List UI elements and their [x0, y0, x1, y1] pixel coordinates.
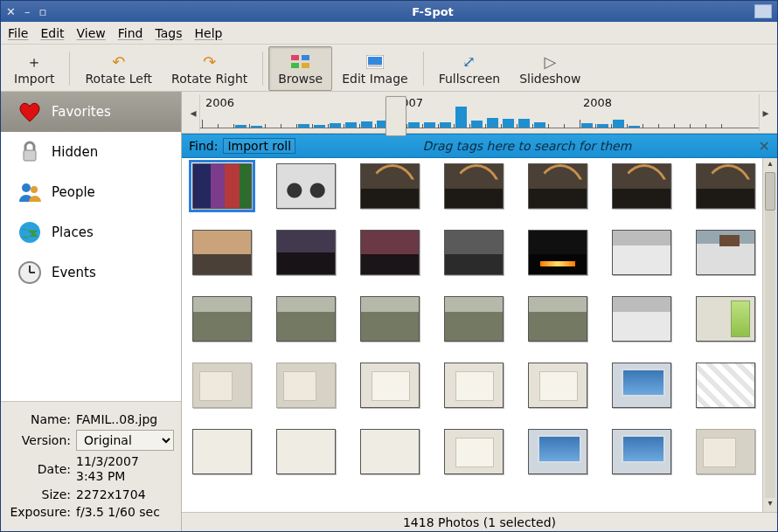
- timeline-bar[interactable]: [503, 119, 514, 128]
- thumbnail[interactable]: [360, 429, 420, 474]
- thumbnail[interactable]: [192, 296, 252, 342]
- timeline-next-button[interactable]: ▸: [760, 106, 772, 120]
- timeline-bar[interactable]: [345, 122, 357, 128]
- timeline-body[interactable]: 200620072008: [199, 94, 760, 131]
- timeline-bar[interactable]: [613, 120, 624, 128]
- timeline-bar[interactable]: [330, 123, 341, 128]
- thumbnail[interactable]: [612, 230, 671, 275]
- svg-rect-1: [302, 55, 309, 60]
- thumbnail[interactable]: [612, 296, 671, 342]
- thumbnail[interactable]: [696, 163, 755, 209]
- thumbnail[interactable]: [528, 296, 587, 342]
- timeline-tick: [454, 124, 455, 128]
- timeline-bar[interactable]: [455, 107, 467, 128]
- timeline-bar[interactable]: [534, 122, 545, 128]
- thumbnail[interactable]: [696, 296, 755, 342]
- sidebar-item-favorites[interactable]: Favorites: [1, 92, 181, 132]
- thumbnail[interactable]: [276, 230, 336, 275]
- menu-tags[interactable]: Tags: [155, 26, 182, 40]
- sidebar-item-hidden[interactable]: Hidden: [1, 132, 181, 172]
- toolbar-label: Import: [14, 72, 54, 86]
- thumbnail[interactable]: [444, 363, 504, 408]
- thumbnail[interactable]: [192, 429, 252, 474]
- window-maximize-icon[interactable]: ▫: [38, 5, 46, 18]
- thumbnail[interactable]: [612, 363, 671, 408]
- thumbnail[interactable]: [444, 429, 504, 474]
- menu-view[interactable]: View: [77, 26, 106, 40]
- thumbnail[interactable]: [528, 163, 587, 209]
- thumbnail[interactable]: [276, 296, 336, 342]
- timeline-handle[interactable]: [386, 96, 406, 136]
- timeline-bar[interactable]: [235, 125, 247, 128]
- titlebar[interactable]: ✕ – ▫ F-Spot: [1, 1, 777, 22]
- thumbnail[interactable]: [360, 163, 420, 209]
- find-bar[interactable]: Find: Import roll Drag tags here to sear…: [182, 134, 777, 158]
- meta-size-value: 2272x1704: [76, 487, 174, 501]
- thumbnail[interactable]: [612, 429, 671, 474]
- timeline-bar[interactable]: [314, 125, 325, 128]
- thumbnail[interactable]: [696, 429, 755, 474]
- timeline-bar[interactable]: [471, 121, 483, 128]
- timeline-bar[interactable]: [487, 118, 498, 128]
- thumbnail[interactable]: [276, 163, 336, 209]
- thumbnail[interactable]: [444, 296, 504, 342]
- timeline-tick: [501, 124, 502, 128]
- thumbnail[interactable]: [192, 230, 252, 275]
- scroll-thumb[interactable]: [765, 172, 775, 211]
- timeline-bar[interactable]: [518, 119, 530, 128]
- browse-button[interactable]: Browse: [268, 46, 332, 91]
- timeline-bar[interactable]: [408, 122, 420, 128]
- thumbnail-grid[interactable]: [182, 158, 762, 512]
- timeline-prev-button[interactable]: ◂: [187, 106, 199, 120]
- thumbnail[interactable]: [528, 429, 587, 474]
- tag-list[interactable]: FavoritesHiddenPeoplePlacesEvents: [1, 92, 181, 401]
- thumbnail[interactable]: [528, 363, 587, 408]
- edit-image-button[interactable]: Edit Image: [332, 46, 417, 91]
- scroll-up-icon[interactable]: ▴: [763, 158, 777, 172]
- rotate-left-button[interactable]: ↶ Rotate Left: [75, 46, 162, 91]
- rotate-right-button[interactable]: ↷ Rotate Right: [162, 46, 257, 91]
- meta-date-value: 11/3/2007 3:43 PM: [76, 454, 174, 484]
- sidebar-item-people[interactable]: People: [1, 172, 181, 212]
- thumbnail[interactable]: [192, 363, 252, 408]
- timeline-bar[interactable]: [298, 124, 309, 128]
- scroll-track[interactable]: [765, 172, 775, 498]
- timeline-bar[interactable]: [361, 121, 372, 128]
- thumbnail[interactable]: [276, 429, 336, 474]
- window-minimize-icon[interactable]: –: [24, 5, 31, 18]
- timeline-bar[interactable]: [440, 122, 451, 128]
- window-close-icon[interactable]: ✕: [6, 5, 16, 18]
- find-import-roll[interactable]: Import roll: [223, 138, 295, 154]
- thumbnail[interactable]: [276, 363, 336, 408]
- timeline-tick: [721, 124, 722, 128]
- thumbnail[interactable]: [192, 163, 252, 209]
- timeline-bar[interactable]: [581, 123, 593, 128]
- fullscreen-button[interactable]: ⤢ Fullscreen: [429, 46, 510, 91]
- timeline-bar[interactable]: [597, 124, 608, 128]
- menu-edit[interactable]: Edit: [40, 26, 64, 40]
- find-close-icon[interactable]: ✕: [759, 138, 770, 155]
- import-button[interactable]: ＋ Import: [4, 46, 64, 91]
- thumbnail[interactable]: [612, 163, 671, 209]
- scroll-down-icon[interactable]: ▾: [763, 498, 777, 512]
- menu-file[interactable]: File: [8, 26, 28, 40]
- vertical-scrollbar[interactable]: ▴ ▾: [762, 158, 777, 512]
- sidebar-item-places[interactable]: Places: [1, 212, 181, 252]
- slideshow-button[interactable]: ▷ Slideshow: [510, 46, 590, 91]
- timeline-bar[interactable]: [251, 126, 262, 128]
- menu-help[interactable]: Help: [194, 26, 222, 40]
- version-select[interactable]: Original: [76, 430, 174, 451]
- thumbnail[interactable]: [444, 230, 504, 275]
- thumbnail[interactable]: [360, 296, 420, 342]
- thumbnail[interactable]: [696, 230, 755, 275]
- timeline-bar[interactable]: [424, 122, 435, 128]
- sidebar-item-events[interactable]: Events: [1, 252, 181, 293]
- menu-find[interactable]: Find: [118, 26, 143, 40]
- thumbnail[interactable]: [360, 363, 420, 408]
- thumbnail[interactable]: [528, 230, 587, 275]
- timeline[interactable]: ◂ 200620072008 ▸: [182, 92, 777, 134]
- thumbnail[interactable]: [360, 230, 420, 275]
- timeline-bar[interactable]: [629, 126, 640, 128]
- thumbnail[interactable]: [444, 163, 504, 209]
- thumbnail[interactable]: [696, 363, 755, 408]
